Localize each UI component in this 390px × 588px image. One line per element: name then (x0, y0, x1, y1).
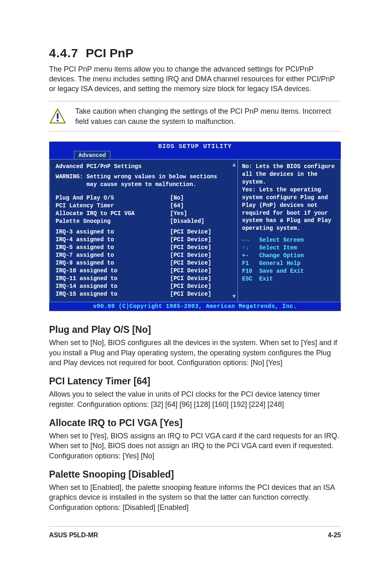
section-title: PCI PnP (86, 46, 134, 60)
bios-key-desc: General Help (259, 260, 300, 267)
bios-key: +- (242, 252, 259, 260)
bios-irq-row: IRQ-14 assigned to[PCI Device] (56, 283, 233, 290)
bios-irq-value: [PCI Device] (170, 251, 211, 259)
warning-icon (49, 108, 66, 125)
bios-warning: WARNING: Setting wrong values in below s… (56, 173, 233, 189)
subsection-body: Allows you to select the value in units … (49, 389, 341, 409)
subsection-heading: Allocate IRQ to PCI VGA [Yes] (49, 417, 341, 429)
bios-key-row: ESCExit (242, 275, 336, 283)
bios-irq-row: IRQ-5 assigned to[PCI Device] (56, 244, 233, 251)
bios-key-desc: Exit (259, 275, 273, 283)
footer-left: ASUS P5LD-MR (49, 531, 98, 540)
bios-irq-value: [PCI Device] (170, 290, 211, 298)
bios-key-row: F1General Help (242, 260, 336, 267)
bios-irq-key: IRQ-15 assigned to (56, 290, 170, 298)
bios-option-row: PCI Latency Timer[64] (56, 202, 233, 210)
bios-key-desc: Change Option (259, 252, 304, 260)
subsection-heading: Plug and Play O/S [No] (49, 323, 341, 336)
bios-irq-value: [PCI Device] (170, 236, 211, 244)
bios-right-pane: No: Lets the BIOS configure all the devi… (238, 159, 341, 302)
bios-irq-key: IRQ-5 assigned to (56, 244, 170, 251)
bios-irq-value: [PCI Device] (170, 259, 211, 267)
bios-irq-value: [PCI Device] (170, 267, 211, 275)
bios-key-row: ↑↓Select Item (242, 244, 336, 252)
bios-option-key: Allocate IRQ to PCI VGA (56, 210, 170, 218)
svg-rect-1 (57, 113, 58, 119)
bios-irq-value: [PCI Device] (170, 275, 211, 283)
bios-irq-key: IRQ-10 assigned to (56, 267, 170, 275)
bios-key: ESC (242, 275, 259, 283)
bios-irq-row: IRQ-3 assigned to[PCI Device] (56, 228, 233, 236)
bios-key: F10 (242, 267, 259, 275)
bios-title: BIOS SETUP UTILITY (49, 143, 341, 151)
bios-key-legend: ←→Select Screen↑↓Select Item+-Change Opt… (242, 236, 336, 283)
subsection-body: When set to [Yes], BIOS assigns an IRQ t… (49, 431, 341, 461)
bios-key-row: F10Save and Exit (242, 267, 336, 275)
bios-option-row: Plug And Play O/S[No] (56, 194, 233, 202)
bios-titlebar: BIOS SETUP UTILITY Advanced (49, 142, 341, 159)
bios-option-key: Plug And Play O/S (56, 194, 170, 202)
bios-option-key: PCI Latency Timer (56, 202, 170, 210)
subsection-heading: Palette Snooping [Disabled] (49, 468, 341, 481)
bios-irq-key: IRQ-3 assigned to (56, 228, 170, 236)
bios-key: ↑↓ (242, 244, 259, 252)
bios-irq-row: IRQ-10 assigned to[PCI Device] (56, 267, 233, 275)
bios-option-value: [No] (170, 194, 184, 202)
bios-irq-row: IRQ-4 assigned to[PCI Device] (56, 236, 233, 244)
section-number: 4.4.7 (49, 46, 78, 60)
bios-left-pane: ▲ Advanced PCI/PnP Settings WARNING: Set… (49, 159, 238, 302)
bios-option-row: Palette Snooping[Disabled] (56, 218, 233, 225)
bios-option-key: Palette Snooping (56, 218, 170, 225)
bios-headline: Advanced PCI/PnP Settings (56, 163, 233, 171)
scroll-down-icon: ▼ (233, 293, 236, 301)
bios-key-row: +-Change Option (242, 252, 336, 260)
bios-key: F1 (242, 260, 259, 267)
bios-footer: v00.00 (C)Copyright 1985-2003, American … (49, 302, 341, 311)
bios-option-value: [Yes] (170, 210, 187, 218)
subsection-body: When set to [Enabled], the palette snoop… (49, 483, 341, 512)
bios-irq-key: IRQ-14 assigned to (56, 283, 170, 290)
caution-block: Take caution when changing the settings … (49, 101, 341, 132)
caution-text: Take caution when changing the settings … (75, 106, 341, 126)
bios-irq-key: IRQ-4 assigned to (56, 236, 170, 244)
bios-irq-row: IRQ-11 assigned to[PCI Device] (56, 275, 233, 283)
bios-key: ←→ (242, 236, 259, 244)
bios-irq-value: [PCI Device] (170, 244, 211, 251)
bios-irq-key: IRQ-11 assigned to (56, 275, 170, 283)
intro-paragraph: The PCI PnP menu items allow you to chan… (49, 64, 341, 94)
scroll-up-icon: ▲ (233, 161, 236, 169)
bios-irq-row: IRQ-15 assigned to[PCI Device] (56, 290, 233, 298)
bios-irq-row: IRQ-7 assigned to[PCI Device] (56, 251, 233, 259)
bios-key-row: ←→Select Screen (242, 236, 336, 244)
svg-point-2 (57, 119, 59, 121)
bios-option-value: [64] (170, 202, 184, 210)
bios-irq-value: [PCI Device] (170, 283, 211, 290)
bios-irq-row: IRQ-9 assigned to[PCI Device] (56, 259, 233, 267)
footer-right: 4-25 (328, 531, 341, 540)
bios-screenshot: BIOS SETUP UTILITY Advanced ▲ Advanced P… (49, 141, 341, 311)
page-footer: ASUS P5LD-MR 4-25 (49, 526, 341, 540)
bios-key-desc: Save and Exit (259, 267, 304, 275)
bios-irq-key: IRQ-7 assigned to (56, 251, 170, 259)
bios-key-desc: Select Screen (259, 236, 304, 244)
section-heading: 4.4.7PCI PnP (49, 45, 341, 62)
subsection-heading: PCI Latency Timer [64] (49, 375, 341, 388)
bios-irq-key: IRQ-9 assigned to (56, 259, 170, 267)
subsection-body: When set to [No], BIOS configures all th… (49, 338, 341, 368)
bios-option-row: Allocate IRQ to PCI VGA[Yes] (56, 210, 233, 218)
bios-option-value: [Disabled] (170, 218, 204, 225)
bios-key-desc: Select Item (259, 244, 297, 252)
bios-help-text: No: Lets the BIOS configure all the devi… (242, 163, 336, 232)
bios-tab-advanced: Advanced (74, 151, 110, 159)
bios-irq-value: [PCI Device] (170, 228, 211, 236)
